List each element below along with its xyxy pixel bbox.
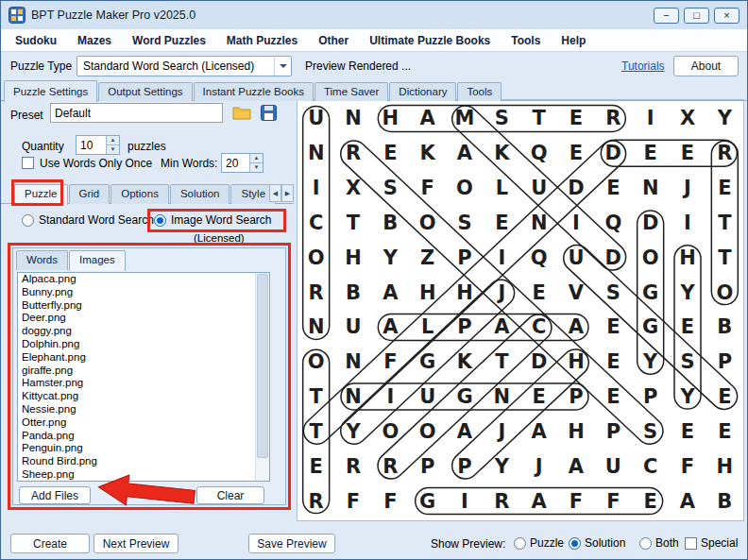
close-button[interactable]: × bbox=[714, 8, 740, 24]
puzzle-type-combobox[interactable]: Standard Word Search (Licensed) bbox=[76, 56, 292, 76]
grid-letter: P bbox=[569, 385, 583, 408]
sub-tab-grid[interactable]: Grid bbox=[69, 184, 110, 204]
show-preview-option-both[interactable]: Both bbox=[639, 536, 679, 550]
min-words-stepper[interactable]: 20 ▲ ▼ bbox=[221, 153, 264, 173]
tab-tools[interactable]: Tools bbox=[457, 82, 502, 101]
show-preview-option-solution[interactable]: Solution bbox=[569, 536, 625, 550]
tab-instant-puzzle-books[interactable]: Instant Puzzle Books bbox=[194, 82, 314, 101]
grid-letter: A bbox=[494, 315, 510, 338]
about-button[interactable]: About bbox=[673, 56, 739, 76]
list-scrollbar[interactable] bbox=[255, 273, 269, 481]
tutorials-link[interactable]: Tutorials bbox=[621, 59, 665, 73]
grid-letter: G bbox=[419, 350, 435, 373]
grid-letter: K bbox=[420, 142, 436, 164]
grid-letter: A bbox=[382, 281, 399, 304]
grid-letter: U bbox=[605, 455, 621, 478]
option-label: Image Word Search bbox=[171, 213, 272, 227]
file-tab-words[interactable]: Words bbox=[16, 250, 68, 270]
open-preset-button[interactable] bbox=[230, 101, 254, 124]
grid-letter: I bbox=[572, 212, 580, 234]
file-item[interactable]: Hamster.png bbox=[18, 377, 269, 390]
preset-label: Preset bbox=[10, 109, 43, 122]
menu-item-sudoku[interactable]: Sudoku bbox=[5, 31, 67, 50]
image-file-list[interactable]: Alpaca.pngBunny.pngButterfly.pngDeer.png… bbox=[17, 272, 270, 482]
grid-letter: Q bbox=[531, 246, 548, 269]
grid-letter: J bbox=[534, 455, 543, 478]
tab-time-saver[interactable]: Time Saver bbox=[314, 82, 388, 101]
maximize-button[interactable]: □ bbox=[684, 8, 709, 24]
file-item[interactable]: Kittycat.png bbox=[18, 390, 269, 403]
menu-item-other[interactable]: Other bbox=[308, 31, 359, 50]
file-item[interactable]: doggy.png bbox=[18, 325, 269, 338]
grid-letter: A bbox=[382, 315, 399, 338]
grid-letter: H bbox=[345, 246, 362, 269]
tab-dictionary[interactable]: Dictionary bbox=[389, 82, 456, 101]
add-files-button[interactable]: Add Files bbox=[19, 486, 91, 504]
sub-tab-puzzle[interactable]: Puzzle bbox=[14, 184, 68, 205]
file-item[interactable]: Otter.png bbox=[18, 416, 269, 430]
tab-output-settings[interactable]: Output Settings bbox=[98, 82, 192, 101]
grid-letter: T bbox=[495, 350, 509, 373]
grid-letter: R bbox=[717, 142, 732, 164]
mode-radio-image-word-search[interactable]: Image Word Search bbox=[154, 213, 272, 227]
scrollbar-thumb[interactable] bbox=[257, 274, 268, 458]
use-words-once-checkbox[interactable] bbox=[22, 157, 34, 169]
grid-letter: E bbox=[643, 490, 656, 513]
radio-icon bbox=[22, 214, 34, 227]
grid-letter: I bbox=[498, 246, 505, 269]
preset-input[interactable] bbox=[50, 103, 223, 123]
file-item[interactable]: Deer.png bbox=[18, 312, 269, 325]
radio-icon bbox=[154, 214, 166, 227]
file-item[interactable]: Elephant.png bbox=[18, 351, 269, 365]
grid-letter: E bbox=[718, 385, 731, 408]
menu-item-mazes[interactable]: Mazes bbox=[67, 31, 122, 50]
tab-scroll-left-icon[interactable]: ◀ bbox=[269, 184, 281, 202]
menu-item-math-puzzles[interactable]: Math Puzzles bbox=[216, 31, 308, 50]
grid-letter: S bbox=[383, 177, 398, 199]
minimize-button[interactable]: − bbox=[654, 8, 679, 24]
grid-letter: N bbox=[345, 385, 362, 408]
tab-scroll-right-icon[interactable]: ▶ bbox=[281, 184, 294, 202]
folder-icon bbox=[232, 105, 251, 120]
grid-letter: G bbox=[456, 385, 472, 408]
grid-letter: C bbox=[532, 315, 546, 338]
menu-item-help[interactable]: Help bbox=[551, 31, 596, 50]
file-item[interactable]: Round Bird.png bbox=[18, 455, 269, 468]
arrow-down-icon[interactable]: ▼ bbox=[107, 145, 119, 154]
file-item[interactable]: Alpaca.png bbox=[18, 273, 269, 286]
arrow-down-icon[interactable]: ▼ bbox=[250, 163, 263, 172]
option-label: Puzzle bbox=[530, 536, 564, 550]
file-item[interactable]: Butterfly.png bbox=[18, 299, 269, 313]
file-item[interactable]: Dolphin.png bbox=[18, 338, 269, 351]
file-item[interactable]: Bunny.png bbox=[18, 286, 269, 299]
show-preview-option-puzzle[interactable]: Puzzle bbox=[514, 536, 564, 550]
grid-letter: J bbox=[682, 177, 691, 199]
grid-letter: E bbox=[606, 315, 620, 338]
grid-letter: H bbox=[679, 246, 696, 269]
file-item[interactable]: giraffe.png bbox=[18, 365, 269, 378]
save-preset-button[interactable] bbox=[256, 101, 280, 124]
file-tab-images[interactable]: Images bbox=[69, 250, 126, 271]
menu-item-word-puzzles[interactable]: Word Puzzles bbox=[122, 31, 216, 50]
grid-letter: M bbox=[455, 107, 475, 129]
tab-puzzle-settings[interactable]: Puzzle Settings bbox=[4, 80, 97, 102]
clear-button[interactable]: Clear bbox=[196, 486, 264, 504]
show-preview-option-special[interactable]: Special bbox=[685, 536, 738, 550]
option-label: Standard Word Search bbox=[39, 213, 154, 227]
file-item[interactable]: Sheep.png bbox=[18, 468, 269, 482]
file-item[interactable]: Panda.png bbox=[18, 430, 269, 443]
grid-letter: D bbox=[642, 212, 658, 234]
arrow-up-icon[interactable]: ▲ bbox=[250, 154, 263, 163]
grid-letter: H bbox=[568, 350, 585, 373]
title-bar: BPT Puzzle Maker Pro v2025.0 − □ × bbox=[1, 1, 747, 29]
menu-item-tools[interactable]: Tools bbox=[501, 31, 551, 50]
file-item[interactable]: Nessie.png bbox=[18, 403, 269, 416]
menu-item-ultimate-puzzle-books[interactable]: Ultimate Puzzle Books bbox=[359, 31, 501, 50]
file-item[interactable]: Penguin.png bbox=[18, 442, 269, 455]
quantity-label: Quantity bbox=[22, 140, 64, 153]
sub-tab-options[interactable]: Options bbox=[110, 184, 169, 204]
quantity-stepper[interactable]: 10 ▲ ▼ bbox=[76, 135, 120, 155]
arrow-up-icon[interactable]: ▲ bbox=[107, 136, 119, 145]
sub-tab-solution[interactable]: Solution bbox=[170, 184, 230, 204]
mode-radio-standard-word-search[interactable]: Standard Word Search bbox=[22, 213, 154, 227]
